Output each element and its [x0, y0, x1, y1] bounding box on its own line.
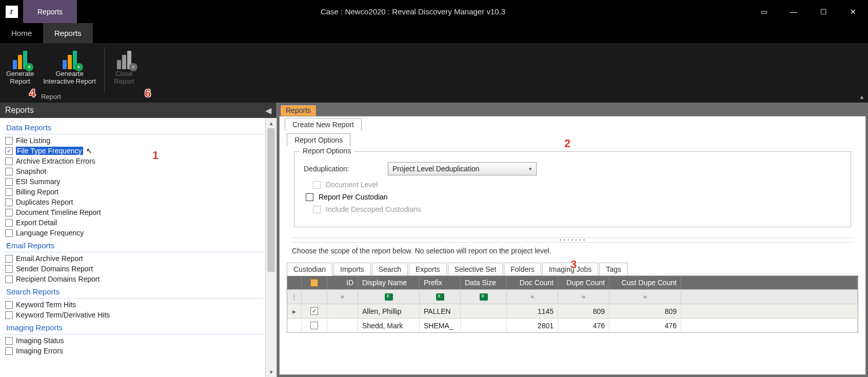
filter-prefix[interactable] — [420, 290, 461, 304]
col-prefix[interactable]: Prefix — [420, 276, 461, 289]
menu-reports[interactable]: Reports — [43, 23, 93, 43]
checkbox[interactable] — [5, 265, 13, 273]
checkbox[interactable] — [5, 137, 13, 145]
report-item[interactable]: File Listing — [4, 135, 263, 146]
filter-id[interactable]: = — [327, 290, 358, 304]
quick-access-tab[interactable]: Reports — [23, 0, 77, 23]
report-item[interactable]: ✓File Type Frequency↖ — [4, 146, 263, 156]
report-item[interactable]: Duplicates Report — [4, 197, 263, 207]
section-imaging-reports: Imaging Reports — [4, 320, 263, 334]
help-icon[interactable]: ▭ — [749, 0, 779, 23]
report-item[interactable]: Document Timeline Report — [4, 207, 263, 217]
report-item[interactable]: Keyword Term Hits — [4, 300, 263, 310]
report-item[interactable]: ESI Summary — [4, 176, 263, 187]
scope-tab[interactable]: Imports — [333, 263, 371, 275]
scope-tab[interactable]: Selective Set — [448, 263, 503, 275]
tab-create-new-report[interactable]: Create New Report — [285, 118, 362, 131]
generate-interactive-report-button[interactable]: + Genearte Interactive Report — [40, 46, 99, 87]
scroll-up-icon[interactable]: ▴ — [266, 118, 277, 128]
ribbon-expand-icon[interactable]: ▲ — [859, 93, 865, 101]
chart-plus-icon: + — [9, 47, 31, 69]
tab-reports[interactable]: Reports — [280, 105, 317, 116]
report-item-label: File Listing — [16, 136, 50, 145]
report-item-label: Keyword Term/Derivative Hits — [16, 311, 110, 319]
checkbox[interactable] — [5, 219, 13, 227]
report-item-label: Snapshot — [16, 167, 46, 175]
checkbox[interactable] — [5, 337, 13, 345]
report-item[interactable]: Email Archive Report — [4, 253, 263, 264]
report-item[interactable]: Recipient Domains Report — [4, 274, 263, 284]
close-window-button[interactable]: ✕ — [838, 0, 868, 23]
report-item[interactable]: Sender Domains Report — [4, 264, 263, 274]
generate-report-button[interactable]: + Generate Report — [3, 46, 37, 87]
report-item-label: Sender Domains Report — [16, 265, 93, 273]
scope-tab[interactable]: Folders — [504, 263, 541, 275]
report-item[interactable]: Snapshot — [4, 166, 263, 176]
title-bar: r Reports Case : Newco2020 : Reveal Disc… — [0, 0, 868, 23]
checkbox[interactable] — [5, 301, 13, 309]
filter-dupe[interactable]: = — [558, 290, 609, 304]
filter-doc[interactable]: = — [507, 290, 558, 304]
checkbox[interactable] — [5, 188, 13, 196]
col-id[interactable]: ID — [327, 276, 358, 289]
menu-home[interactable]: Home — [0, 23, 43, 43]
checkbox[interactable]: ✓ — [5, 147, 13, 155]
report-item[interactable]: Imaging Status — [4, 335, 263, 346]
col-doc-count[interactable]: Doc Count — [507, 276, 558, 289]
report-item[interactable]: Archive Extraction Errors — [4, 156, 263, 166]
filter-cdupe[interactable]: = — [609, 290, 681, 304]
minimize-button[interactable]: — — [779, 0, 808, 23]
col-dupe-count[interactable]: Dupe Count — [558, 276, 609, 289]
row-indicator — [287, 319, 302, 332]
report-item[interactable]: Keyword Term/Derivative Hits — [4, 310, 263, 320]
ribbon: + Generate Report + Genearte Interactive… — [0, 44, 868, 103]
text-filter-icon — [480, 293, 488, 301]
table-row[interactable]: ▸✓Allen, PhillipPALLEN1145809809 — [287, 304, 858, 318]
scroll-down-icon[interactable]: ▾ — [266, 367, 277, 377]
checkbox[interactable] — [5, 275, 13, 283]
scope-tab[interactable]: Exports — [409, 263, 446, 275]
report-item[interactable]: Imaging Errors — [4, 346, 263, 356]
col-display-name[interactable]: Display Name — [358, 276, 420, 289]
dedup-select[interactable]: Project Level Deduplication ▾ — [388, 162, 537, 175]
report-item[interactable]: Billing Report — [4, 187, 263, 197]
report-item[interactable]: Language Frequency — [4, 228, 263, 238]
checkbox[interactable] — [5, 178, 13, 186]
filter-row-indicator: ⋮ — [287, 290, 302, 304]
tab-report-options[interactable]: Report Options — [287, 133, 350, 146]
checkbox[interactable] — [5, 209, 13, 216]
report-item[interactable]: Export Detail — [4, 217, 263, 228]
include-descoped-checkbox: Include Descoped Custodians — [313, 205, 841, 213]
checkbox[interactable] — [5, 157, 13, 165]
checkbox[interactable] — [5, 229, 13, 237]
text-filter-icon — [385, 293, 393, 301]
splitter-handle[interactable]: • • • • • • • — [291, 237, 854, 243]
scroll-thumb[interactable] — [267, 128, 275, 272]
checkbox[interactable] — [5, 168, 13, 175]
document-level-checkbox: Document Level — [313, 181, 841, 189]
col-cust-dupe-count[interactable]: Cust Dupe Count — [609, 276, 681, 289]
app-logo: r — [0, 0, 23, 23]
checkbox[interactable] — [5, 255, 13, 263]
filter-name[interactable] — [358, 290, 420, 304]
col-data-size[interactable]: Data Size — [461, 276, 507, 289]
scope-tab[interactable]: Imaging Jobs — [542, 263, 598, 275]
report-item-label: File Type Frequency — [16, 147, 83, 155]
collapse-panel-icon[interactable]: ◀ — [265, 106, 271, 115]
row-checkbox[interactable] — [310, 322, 318, 329]
maximize-button[interactable]: ☐ — [808, 0, 838, 23]
checkbox[interactable] — [5, 199, 13, 206]
table-row[interactable]: Shedd, MarkSHEMA_2801476476 — [287, 318, 858, 332]
row-checkbox[interactable]: ✓ — [310, 307, 318, 315]
scrollbar[interactable]: ▴ ▾ — [265, 118, 277, 377]
scope-tab[interactable]: Custodian — [287, 263, 332, 276]
section-data-reports: Data Reports — [4, 120, 263, 134]
scope-tab[interactable]: Search — [372, 263, 408, 275]
checkbox[interactable] — [5, 311, 13, 319]
report-per-custodian-checkbox[interactable]: Report Per Custodian — [306, 193, 841, 201]
checkbox[interactable] — [5, 347, 13, 355]
report-item-label: Billing Report — [16, 188, 58, 196]
filter-size[interactable] — [461, 290, 507, 304]
scope-tab[interactable]: Tags — [599, 263, 628, 275]
select-all-checkbox[interactable] — [310, 279, 318, 287]
